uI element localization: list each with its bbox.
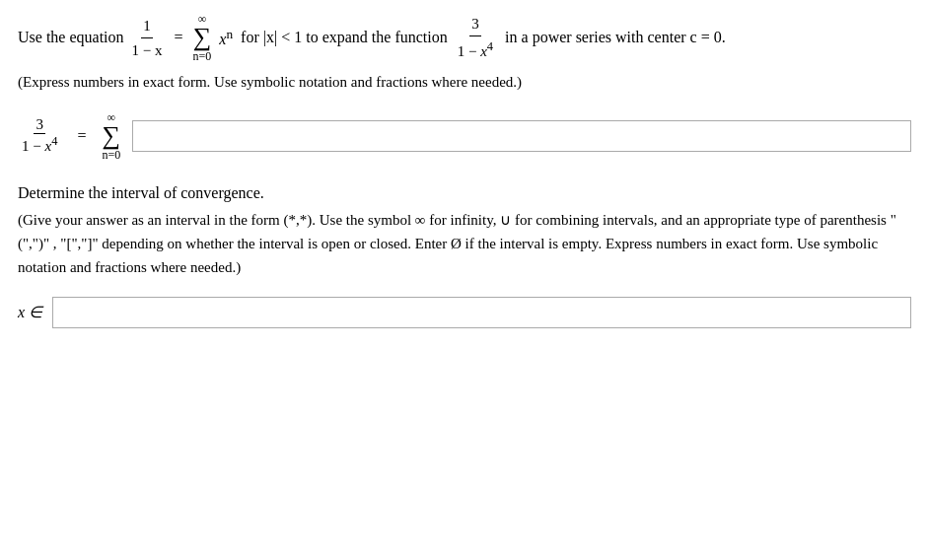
sigma-1-bottom: n=0 [193, 50, 212, 62]
x-in-label: x ∈ [18, 303, 42, 321]
condition-text: for |x| < 1 to expand the function [241, 25, 448, 50]
sigma-term: xn [219, 24, 233, 52]
tail-text: in a power series with center c = 0. [505, 25, 726, 50]
lhs2-fraction: 3 1 − x4 [20, 116, 59, 155]
convergence-section: Determine the interval of convergence. (… [18, 184, 911, 328]
convergence-answer-input[interactable] [52, 297, 911, 328]
sigma-2-symbol: ∑ [103, 123, 121, 149]
lhs2-numerator: 3 [34, 116, 45, 134]
sigma-2-bottom: n=0 [102, 149, 120, 161]
instruction-text: (Express numbers in exact form. Use symb… [18, 71, 911, 94]
rhs-numerator: 3 [469, 12, 481, 36]
convergence-label: Determine the interval of convergence. [18, 184, 911, 202]
sigma-1-symbol: ∑ [193, 25, 212, 50]
rhs-denominator: 1 − x4 [456, 36, 495, 63]
lhs-denominator: 1 − x [130, 38, 165, 62]
x-in-row: x ∈ [18, 297, 911, 328]
answer-row: 3 1 − x4 = ∞ ∑ n=0 [18, 111, 911, 161]
rhs-fraction: 3 1 − x4 [456, 12, 495, 63]
lhs-fraction: 1 1 − x [130, 14, 165, 62]
equals-2: = [77, 127, 86, 145]
series-answer-input[interactable] [132, 120, 911, 152]
equals-1: = [175, 25, 183, 50]
problem-statement: Use the equation 1 1 − x = ∞ ∑ n=0 xn fo… [18, 12, 911, 63]
lhs-numerator: 1 [141, 14, 153, 38]
sigma-2: ∞ ∑ n=0 [102, 111, 120, 161]
convergence-instruction: (Give your answer as an interval in the … [18, 208, 911, 279]
lhs2-denominator: 1 − x4 [20, 134, 59, 155]
sigma-1: ∞ ∑ n=0 [193, 13, 212, 62]
intro-text: Use the equation [18, 25, 124, 50]
